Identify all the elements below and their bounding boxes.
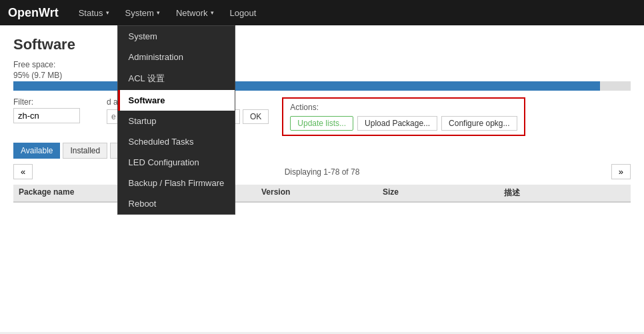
update-lists-button[interactable]: Update lists...: [290, 116, 353, 131]
next-page-button[interactable]: »: [611, 164, 631, 179]
progress-fill: [13, 81, 600, 91]
nav-status[interactable]: Status ▾: [71, 0, 117, 25]
nav-system[interactable]: System ▾ System Administration ACL 设置 So…: [117, 0, 168, 25]
actions-box: Actions: Update lists... Upload Package.…: [282, 97, 525, 136]
nav-network[interactable]: Network ▾: [168, 0, 222, 25]
menu-software[interactable]: Software: [118, 90, 235, 111]
upload-package-button[interactable]: Upload Package...: [357, 116, 437, 131]
free-space-progress: [13, 81, 631, 91]
menu-startup[interactable]: Startup: [118, 111, 235, 131]
status-arrow-icon: ▾: [106, 9, 109, 16]
system-dropdown: System Administration ACL 设置 Software St…: [117, 25, 236, 215]
col-description: 描述: [504, 187, 625, 199]
pagination-row: « Displaying 1-78 of 78 »: [13, 164, 631, 179]
col-size: Size: [383, 187, 504, 199]
menu-backup-flash[interactable]: Backup / Flash Firmware: [118, 173, 235, 193]
configure-opkg-button[interactable]: Configure opkg...: [441, 116, 517, 131]
col-version: Version: [261, 187, 383, 199]
system-arrow-icon: ▾: [157, 9, 160, 16]
free-space-label: Free space:: [13, 60, 631, 69]
pagination-info: Displaying 1-78 of 78: [285, 167, 360, 177]
actions-label: Actions:: [290, 103, 517, 112]
tab-installed[interactable]: Installed: [63, 143, 107, 159]
actions-buttons: Update lists... Upload Package... Config…: [290, 116, 517, 131]
download-ok-button[interactable]: OK: [243, 109, 269, 124]
menu-led-configuration[interactable]: LED Configuration: [118, 152, 235, 173]
nav-logout[interactable]: Logout: [222, 0, 265, 25]
tab-available[interactable]: Available: [13, 143, 60, 159]
table-header: Package name Version Size 描述: [13, 185, 631, 203]
network-arrow-icon: ▾: [211, 9, 214, 16]
main-content: Software Free space: 95% (9.7 MB) Filter…: [0, 25, 644, 332]
prev-page-button[interactable]: «: [13, 164, 33, 179]
filter-label: Filter:: [13, 97, 93, 107]
filter-input[interactable]: [13, 108, 80, 123]
menu-acl[interactable]: ACL 设置: [118, 67, 235, 90]
navbar: OpenWrt Status ▾ System ▾ System Adminis…: [0, 0, 644, 25]
menu-scheduled-tasks[interactable]: Scheduled Tasks: [118, 131, 235, 152]
free-space-value: 95% (9.7 MB): [13, 71, 631, 80]
tabs-row: Available Installed Upda: [13, 143, 631, 159]
page-title: Software: [13, 36, 631, 53]
brand: OpenWrt: [8, 6, 59, 20]
menu-reboot[interactable]: Reboot: [118, 193, 235, 214]
menu-system[interactable]: System: [118, 26, 235, 47]
menu-administration[interactable]: Administration: [118, 47, 235, 67]
